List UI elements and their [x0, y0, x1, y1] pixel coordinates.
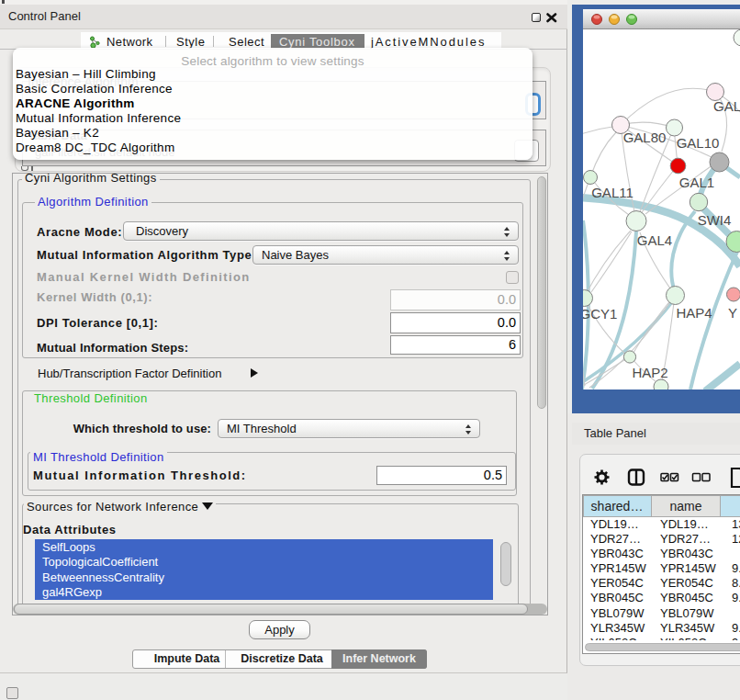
svg-text:HAP4: HAP4 — [676, 305, 712, 321]
svg-text:GCY1: GCY1 — [583, 306, 617, 322]
svg-text:GAL80: GAL80 — [623, 130, 667, 145]
svg-text:GAL4: GAL4 — [637, 232, 672, 248]
svg-text:GAL10: GAL10 — [677, 135, 720, 151]
svg-text:GAL11: GAL11 — [591, 185, 633, 200]
svg-text:SWI4: SWI4 — [698, 212, 732, 228]
svg-text:Y: Y — [728, 305, 737, 321]
svg-text:GAL7: GAL7 — [713, 98, 740, 114]
svg-text:GAL1: GAL1 — [679, 175, 714, 190]
svg-text:HAP2: HAP2 — [632, 365, 667, 380]
